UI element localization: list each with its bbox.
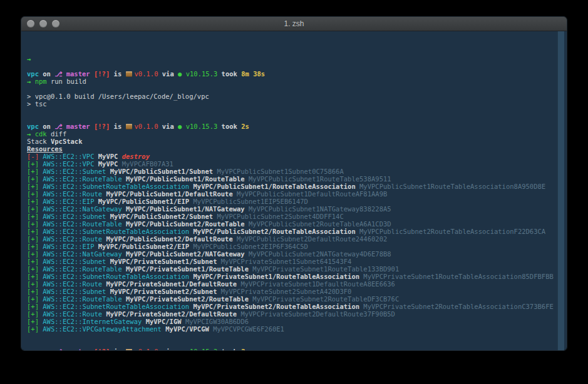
scrollbar[interactable] — [557, 31, 564, 351]
text-segment: ● v10.15.3 — [178, 70, 217, 78]
text-segment: MyVPCPublicSubnet2DefaultRoute24460202 — [233, 235, 388, 243]
text-segment: MyVPCPrivateSubnet2RouteTableDF3CB76C — [249, 295, 399, 303]
text-segment: [+] — [27, 318, 39, 325]
text-segment: MyVPC/PrivateSubnet1/RouteTableAssociati… — [193, 273, 360, 280]
terminal-line: [+] AWS::EC2::EIP MyVPC/PublicSubnet1/EI… — [27, 198, 567, 205]
text-segment: [+] — [27, 303, 39, 310]
text-segment: [+] — [27, 183, 39, 190]
terminal-window: 1. zsh → vpc on ⎇ master [!?] is v0.1.0 … — [21, 16, 567, 351]
text-segment: AWS::EC2::EIP — [39, 243, 98, 250]
text-segment: MyVPC/PrivateSubnet1/Subnet — [110, 258, 217, 265]
text-segment: MyVPC/PrivateSubnet2/RouteTable — [126, 295, 249, 303]
text-segment: MyVPC/PublicSubnet1/DefaultRoute — [106, 190, 232, 198]
terminal-line: [+] AWS::EC2::NatGateway MyVPC/PublicSub… — [27, 205, 567, 213]
window-title: 1. zsh — [21, 19, 567, 28]
text-segment: MyVPC/VPCGW — [165, 325, 209, 333]
git-branch-icon: ⎇ — [54, 70, 66, 78]
text-segment: took — [217, 123, 241, 130]
terminal-line: [+] AWS::EC2::Route MyVPC/PrivateSubnet2… — [27, 310, 567, 318]
text-segment: AWS::EC2::SubnetRouteTableAssociation — [39, 303, 193, 310]
text-segment: Resources — [27, 145, 63, 153]
text-segment: via — [158, 70, 178, 78]
zoom-button[interactable] — [52, 20, 59, 28]
text-segment: master — [66, 123, 90, 130]
text-segment: via — [158, 348, 178, 351]
text-segment: is — [110, 348, 125, 351]
text-segment: [+] — [27, 325, 39, 333]
text-segment: [+] — [27, 310, 39, 318]
text-segment: [+] — [27, 213, 39, 220]
terminal-line — [27, 333, 567, 340]
terminal-line: [+] AWS::EC2::Subnet MyVPC/PublicSubnet2… — [27, 213, 567, 220]
text-segment: MyVPCPrivateSubnet2RouteTableAssociation… — [359, 303, 554, 310]
text-segment: v0.1.0 — [135, 348, 158, 351]
text-segment: MyVPCPublicSubnet2EIP6F364C5D — [189, 243, 308, 250]
text-segment: diff — [47, 130, 67, 138]
terminal-line: [+] AWS::EC2::Subnet MyVPC/PrivateSubnet… — [27, 288, 567, 295]
text-segment: 2s — [241, 123, 249, 130]
text-segment: [+] — [27, 243, 39, 250]
text-segment: [+] — [27, 228, 39, 235]
text-segment: MyVPC/PublicSubnet2/DefaultRoute — [106, 235, 232, 243]
text-segment: AWS::EC2::NatGateway — [39, 205, 126, 213]
minimize-button[interactable] — [39, 20, 47, 28]
text-segment: MyVPC/PrivateSubnet1/DefaultRoute — [106, 280, 237, 288]
text-segment: [!?] — [90, 123, 110, 130]
text-segment: via — [158, 123, 178, 130]
text-segment: AWS::EC2::VPC — [39, 153, 98, 160]
text-segment: [-] — [27, 153, 39, 160]
text-segment: AWS::EC2::SubnetRouteTableAssociation — [39, 228, 193, 235]
text-segment: Stack — [27, 138, 51, 145]
text-segment: MyVPCPrivateSubnet1DefaultRouteA8EE6636 — [237, 280, 395, 288]
terminal-line — [27, 108, 567, 115]
terminal-line: [+] AWS::EC2::RouteTable MyVPC/PublicSub… — [27, 175, 567, 183]
text-segment: [+] — [27, 205, 39, 213]
terminal-line: [-] AWS::EC2::VPC MyVPC destroy — [27, 153, 567, 160]
text-segment: MyVPC — [98, 153, 118, 160]
text-segment: AWS::EC2::Subnet — [39, 258, 110, 265]
text-segment: [+] — [27, 190, 39, 198]
terminal-line: Resources — [27, 145, 567, 153]
terminal-line: [+] AWS::EC2::Route MyVPC/PrivateSubnet1… — [27, 280, 567, 288]
text-segment: MyVPCPrivateSubnet2DefaultRoute37F90B5D — [237, 310, 395, 318]
terminal-line: vpc on ⎇ master [!?] is v0.1.0 via ● v10… — [27, 123, 567, 130]
text-segment: [+] — [27, 168, 39, 175]
text-segment: MyVPC/PublicSubnet1/Subnet — [110, 168, 213, 175]
text-segment: took — [217, 70, 241, 78]
text-segment: [+] — [27, 295, 39, 303]
terminal-line: > vpc@0.1.0 build /Users/leepac/Code/_bl… — [27, 93, 567, 100]
terminal-line — [27, 115, 567, 123]
text-segment: → — [27, 55, 31, 63]
text-segment: AWS::EC2::Subnet — [39, 288, 110, 295]
text-segment: MyVPC/PrivateSubnet2/RouteTableAssociati… — [193, 303, 360, 310]
package-icon — [126, 349, 132, 351]
terminal-screen[interactable]: → vpc on ⎇ master [!?] is v0.1.0 via ● v… — [21, 31, 567, 351]
text-segment: MyVPC/PrivateSubnet2/DefaultRoute — [106, 310, 237, 318]
text-segment: > vpc@0.1.0 build /Users/leepac/Code/_bl… — [27, 93, 209, 100]
text-segment: MyVPC/IGW — [146, 318, 182, 325]
terminal-line: [+] AWS::EC2::Subnet MyVPC/PrivateSubnet… — [27, 258, 567, 265]
text-segment: took — [217, 348, 241, 351]
text-segment: [+] — [27, 265, 39, 273]
text-segment: cdk — [35, 130, 47, 138]
terminal-line — [27, 340, 567, 348]
text-segment: AWS::EC2::SubnetRouteTableAssociation — [39, 273, 193, 280]
text-segment: MyVPCPublicSubnet1RouteTableAssociation8… — [356, 183, 545, 190]
text-segment: MyVPC/PublicSubnet2/NATGateway — [126, 250, 245, 258]
text-segment: AWS::EC2::SubnetRouteTableAssociation — [39, 183, 193, 190]
terminal-line: [+] AWS::EC2::SubnetRouteTableAssociatio… — [27, 228, 567, 235]
text-segment: MyVPCPrivateSubnet1RouteTableAssociation… — [359, 273, 554, 280]
titlebar[interactable]: 1. zsh — [21, 17, 567, 31]
text-segment: AWS::EC2::RouteTable — [39, 220, 126, 228]
text-segment: MyVPCIGW30AB6DD6 — [182, 318, 249, 325]
text-segment: AWS::EC2::Route — [39, 235, 106, 243]
text-segment: 3s — [241, 348, 249, 351]
close-button[interactable] — [27, 20, 34, 28]
terminal-line — [27, 63, 567, 70]
text-segment: is — [110, 123, 125, 130]
terminal-line: [+] AWS::EC2::Route MyVPC/PublicSubnet2/… — [27, 235, 567, 243]
text-segment: master — [66, 348, 90, 351]
text-segment: MyVPCPrivateSubnet1RouteTable133BD901 — [249, 265, 399, 273]
text-segment: 8m 38s — [241, 70, 265, 78]
text-segment: run build — [47, 78, 86, 85]
